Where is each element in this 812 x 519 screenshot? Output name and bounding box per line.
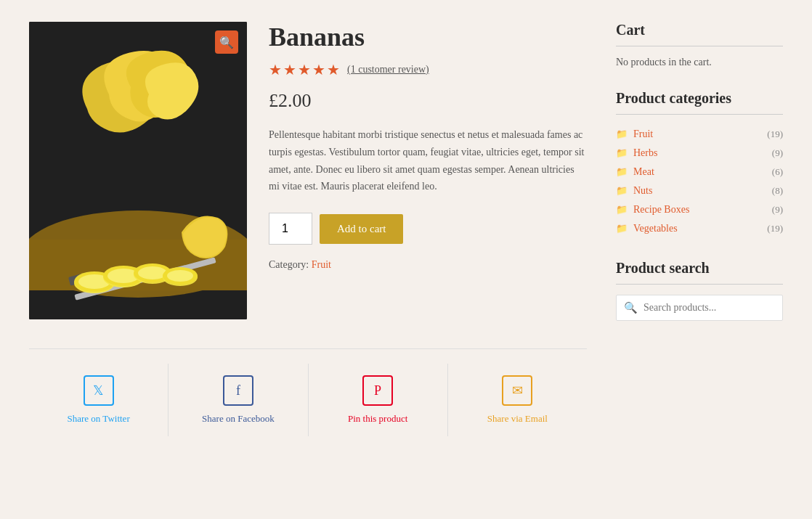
twitter-icon-box: 𝕏 <box>84 375 114 406</box>
search-divider <box>616 284 783 285</box>
cart-divider <box>616 46 783 46</box>
category-list-item: 📁 Vegetables (19) <box>616 219 783 238</box>
product-image-svg <box>29 22 247 319</box>
category-list-item: 📁 Fruit (19) <box>616 125 783 144</box>
pinterest-icon: P <box>374 383 381 399</box>
folder-icon: 📁 <box>616 128 628 140</box>
pinterest-icon-box: P <box>362 375 393 406</box>
category-link[interactable]: Fruit <box>633 128 767 140</box>
product-details: Bananas ★★★★★ (1 customer review) £2.00 … <box>269 22 587 319</box>
sidebar: Cart No products in the cart. Product ca… <box>616 22 783 436</box>
category-count: (8) <box>772 185 783 197</box>
svg-point-18 <box>167 270 193 282</box>
category-link[interactable]: Herbs <box>633 147 772 159</box>
pinterest-label: Pin this product <box>348 413 407 425</box>
zoom-button[interactable]: 🔍 <box>215 30 238 54</box>
product-category: Category: Fruit <box>269 259 587 271</box>
main-content: 🔍 Bananas ★★★★★ (1 customer review) £2.0… <box>29 22 587 436</box>
page-wrapper: 🔍 Bananas ★★★★★ (1 customer review) £2.0… <box>0 0 812 458</box>
category-link[interactable]: Meat <box>633 166 772 178</box>
product-description: Pellentesque habitant morbi tristique se… <box>269 126 587 195</box>
category-link[interactable]: Vegetables <box>633 223 767 234</box>
zoom-icon: 🔍 <box>219 36 234 49</box>
category-list-item: 📁 Nuts (8) <box>616 181 783 200</box>
share-email-button[interactable]: ✉ Share via Email <box>448 364 587 436</box>
review-link[interactable]: (1 customer review) <box>347 64 429 75</box>
folder-icon: 📁 <box>616 166 628 178</box>
cart-section: Cart No products in the cart. <box>616 22 783 68</box>
email-icon-box: ✉ <box>502 375 532 406</box>
category-count: (19) <box>767 223 783 234</box>
facebook-icon: f <box>236 383 240 399</box>
add-to-cart-button[interactable]: Add to cart <box>320 214 403 244</box>
product-image: 🔍 <box>29 22 247 319</box>
twitter-label: Share on Twitter <box>68 413 130 425</box>
category-link[interactable]: Recipe Boxes <box>633 204 772 216</box>
email-label: Share via Email <box>487 413 548 425</box>
category-label: Category: <box>269 259 309 270</box>
search-title: Product search <box>616 260 783 277</box>
search-section: Product search 🔍 <box>616 260 783 321</box>
category-count: (6) <box>772 166 783 178</box>
folder-icon: 📁 <box>616 185 628 197</box>
category-link[interactable]: Fruit <box>312 259 331 270</box>
share-twitter-button[interactable]: 𝕏 Share on Twitter <box>29 364 169 436</box>
email-icon: ✉ <box>512 383 523 399</box>
search-input[interactable] <box>643 302 775 314</box>
category-link[interactable]: Nuts <box>633 185 772 197</box>
cart-title: Cart <box>616 22 783 38</box>
folder-icon: 📁 <box>616 204 628 216</box>
svg-point-15 <box>138 266 167 279</box>
category-list-item: 📁 Recipe Boxes (9) <box>616 200 783 219</box>
share-pinterest-button[interactable]: P Pin this product <box>309 364 448 436</box>
product-title: Bananas <box>269 22 587 52</box>
product-stars: ★★★★★ <box>269 61 341 78</box>
cart-empty-text: No products in the cart. <box>616 57 783 68</box>
share-facebook-button[interactable]: f Share on Facebook <box>169 364 308 436</box>
rating-row: ★★★★★ (1 customer review) <box>269 61 587 78</box>
share-section: 𝕏 Share on Twitter f Share on Facebook P… <box>29 348 587 436</box>
facebook-label: Share on Facebook <box>202 413 275 425</box>
product-section: 🔍 Bananas ★★★★★ (1 customer review) £2.0… <box>29 22 587 319</box>
category-list-item: 📁 Meat (6) <box>616 163 783 181</box>
twitter-icon: 𝕏 <box>93 383 104 399</box>
category-count: (9) <box>772 147 783 159</box>
product-price: £2.00 <box>269 90 587 112</box>
search-box: 🔍 <box>616 295 783 321</box>
category-count: (9) <box>772 204 783 216</box>
search-icon: 🔍 <box>624 301 638 314</box>
category-list-item: 📁 Herbs (9) <box>616 144 783 163</box>
quantity-input[interactable] <box>269 213 312 245</box>
facebook-icon-box: f <box>223 375 253 406</box>
folder-icon: 📁 <box>616 223 628 234</box>
categories-divider <box>616 114 783 115</box>
folder-icon: 📁 <box>616 147 628 159</box>
category-count: (19) <box>767 128 783 140</box>
add-to-cart-row: Add to cart <box>269 213 587 245</box>
categories-title: Product categories <box>616 90 783 107</box>
categories-section: Product categories 📁 Fruit (19) 📁 Herbs … <box>616 90 783 238</box>
category-list: 📁 Fruit (19) 📁 Herbs (9) 📁 Meat (6) 📁 Nu… <box>616 125 783 238</box>
